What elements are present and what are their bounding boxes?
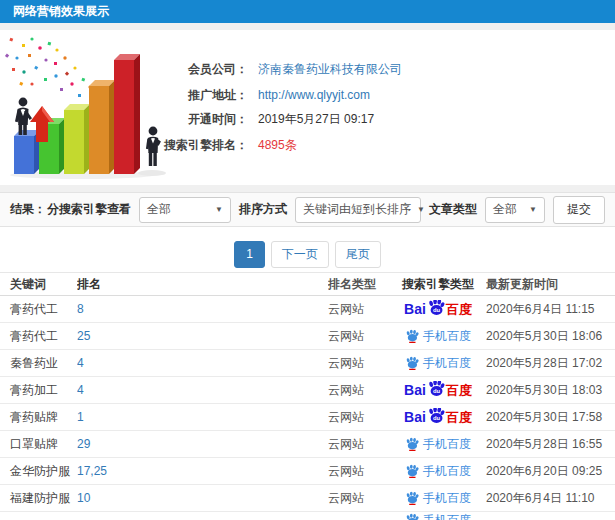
keyword-cell: 膏药贴牌 [0, 409, 77, 426]
rank-link[interactable]: 4 [77, 383, 84, 397]
rank-link[interactable]: 8 [77, 302, 84, 316]
rank-type-text: 云网站 [328, 437, 364, 451]
baidu-logo: Bai du 百度 [404, 381, 472, 399]
engine-cell: Bai du 百度 [390, 512, 486, 520]
growth-chart-illustration [2, 32, 174, 182]
rank-type-cell: 云网站 [328, 328, 390, 345]
baidu-paw-icon: du [427, 408, 445, 424]
chevron-down-icon: ▼ [215, 205, 223, 214]
rank-type-text: 云网站 [328, 302, 364, 316]
header-updated: 最新更新时间 [486, 276, 615, 293]
keyword-cell: 福建防护服 [0, 490, 77, 507]
updated-cell: 2020年6月20日 09:25 [486, 463, 615, 480]
sort-selected: 关键词由短到长排序 [303, 201, 411, 218]
engine-cell: Bai du 百度 [390, 329, 486, 343]
sort-select[interactable]: 关键词由短到长排序 ▼ [295, 197, 421, 223]
updated-cell: 2020年5月30日 18:03 [486, 382, 615, 399]
rank-type-cell: 云网站 [328, 301, 390, 318]
keyword-cell: 口罩贴牌 [0, 436, 77, 453]
rank-type-text: 云网站 [328, 410, 364, 424]
article-type-selected: 全部 [493, 201, 517, 218]
rank-cell: 8 [77, 302, 328, 316]
keyword-text: 金华防护服 [10, 464, 70, 478]
updated-cell: 2020年6月4日 11:10 [486, 490, 615, 507]
updated-text: 2020年6月4日 11:15 [486, 302, 595, 316]
baidu-bai-text: Bai [404, 302, 426, 316]
updated-text: 2020年5月28日 17:02 [486, 356, 602, 370]
filter-bar: 结果： 分搜索引擎查看 全部 ▼ 排序方式 关键词由短到长排序 ▼ 文章类型 全… [0, 192, 615, 227]
rank-cell: 29 [77, 437, 328, 451]
mobile-baidu-paw-icon [405, 437, 419, 451]
baidu-bai-text: Bai [404, 383, 426, 397]
member-company-link[interactable]: 济南秦鲁药业科技有限公司 [258, 61, 402, 78]
mobile-baidu-text: 手机百度 [423, 514, 471, 520]
chevron-down-icon: ▼ [417, 205, 425, 214]
last-page-button[interactable]: 尾页 [335, 241, 381, 268]
member-company-row: 会员公司： 济南秦鲁药业科技有限公司 [130, 60, 402, 78]
open-time-value: 2019年5月27日 09:17 [258, 111, 374, 128]
keyword-text: 福建防护服 [10, 491, 70, 505]
rank-link[interactable]: 1 [77, 410, 84, 424]
rank-type-text: 云网站 [328, 464, 364, 478]
baidu-logo: Bai du 百度 [404, 408, 472, 426]
filter-controls: 分搜索引擎查看 全部 ▼ 排序方式 关键词由短到长排序 ▼ 文章类型 全部 ▼ … [47, 196, 605, 224]
engine-cell: Bai du 百度 [390, 464, 486, 478]
keyword-rank-table: 关键词 排名 排名类型 搜索引擎类型 最新更新时间 膏药代工 8 云网站 Bai [0, 272, 615, 520]
rank-type-cell: 云网站 [328, 463, 390, 480]
updated-text: 2020年5月30日 18:03 [486, 383, 602, 397]
section-divider [0, 23, 615, 30]
rank-link[interactable]: 17,25 [77, 464, 107, 478]
updated-text: 2020年5月30日 17:58 [486, 410, 602, 424]
rank-cell: 1 [77, 410, 328, 424]
promo-url-link[interactable]: http://www.qlyyjt.com [258, 88, 370, 102]
engine-view-select[interactable]: 全部 ▼ [139, 197, 231, 223]
keyword-cell: 膏药加工 [0, 382, 77, 399]
baidu-logo: Bai du 百度 [404, 300, 472, 318]
rank-cell: 10 [77, 491, 328, 505]
table-row: 福建防护服 10 云网站 Bai du 百度 [0, 485, 615, 512]
rank-cell: 4 [77, 356, 328, 370]
keyword-text: 膏药代工 [10, 329, 58, 343]
rank-type-cell: 云网站 [328, 436, 390, 453]
rank-link[interactable]: 4 [77, 356, 84, 370]
table-header-row: 关键词 排名 排名类型 搜索引擎类型 最新更新时间 [0, 272, 615, 296]
updated-cell: 2020年5月28日 16:55 [486, 436, 615, 453]
submit-button[interactable]: 提交 [553, 196, 605, 224]
baidu-bai-text: Bai [404, 410, 426, 424]
article-type-label: 文章类型 [429, 201, 477, 218]
engine-cell: Bai du 百度 [390, 408, 486, 426]
mobile-baidu-logo: 手机百度 [405, 329, 471, 343]
engine-rank-count-value: 4895条 [258, 137, 297, 154]
table-row: 膏药代工 25 云网站 Bai du 百度 [0, 323, 615, 350]
engine-rank-count-row: 搜索引擎排名： 4895条 [130, 136, 297, 154]
keyword-text: 膏药加工 [10, 383, 58, 397]
sort-label: 排序方式 [239, 201, 287, 218]
engine-cell: Bai du 百度 [390, 437, 486, 451]
keyword-cell: 金华防护服 [0, 463, 77, 480]
updated-text: 2020年6月4日 11:10 [486, 491, 595, 505]
keyword-text: 秦鲁药业 [10, 356, 58, 370]
updated-text: 2020年5月30日 18:06 [486, 329, 602, 343]
keyword-cell: 膏药代工 [0, 301, 77, 318]
rank-type-cell: 云网站 [328, 409, 390, 426]
rank-type-text: 云网站 [328, 329, 364, 343]
rank-type-cell: 云网站 [328, 490, 390, 507]
rank-link[interactable]: 10 [77, 491, 90, 505]
next-page-button[interactable]: 下一页 [271, 241, 329, 268]
mobile-baidu-logo: 手机百度 [405, 491, 471, 505]
header-engine-type: 搜索引擎类型 [390, 276, 486, 293]
updated-cell: 2020年5月30日 17:58 [486, 409, 615, 426]
engine-cell: Bai du 百度 [390, 300, 486, 318]
page-1-button[interactable]: 1 [234, 241, 265, 268]
open-time-row: 开通时间： 2019年5月27日 09:17 [130, 110, 374, 128]
engine-cell: Bai du 百度 [390, 356, 486, 370]
rank-link[interactable]: 25 [77, 329, 90, 343]
updated-text: 2020年5月28日 16:55 [486, 437, 602, 451]
rank-link[interactable]: 29 [77, 437, 90, 451]
table-row: 膏药加工 4 云网站 Bai du 百度 [0, 377, 615, 404]
table-row: Bai du 百度 [0, 512, 615, 520]
engine-cell: Bai du 百度 [390, 491, 486, 505]
article-type-select[interactable]: 全部 ▼ [485, 197, 545, 223]
updated-cell: 2020年6月4日 11:15 [486, 301, 615, 318]
keyword-cell: 秦鲁药业 [0, 355, 77, 372]
